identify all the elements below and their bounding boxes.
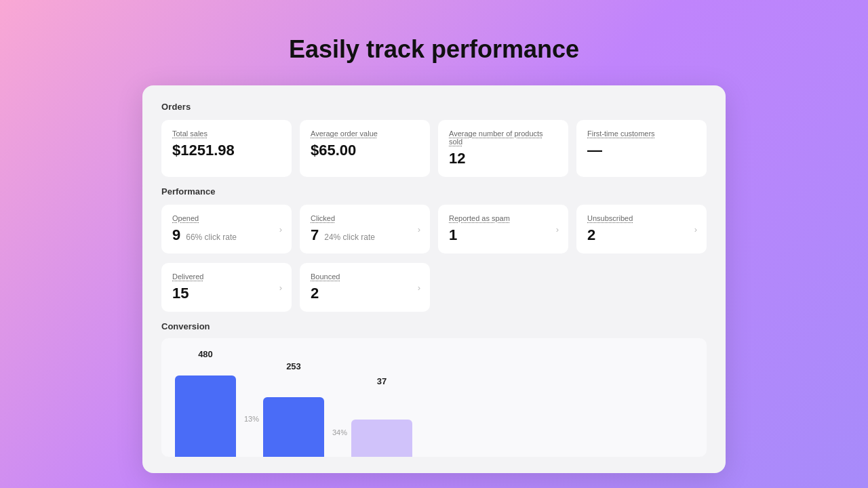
card-first-time-customers-value: — bbox=[587, 142, 696, 159]
bar-pct-13: 13% bbox=[244, 415, 259, 423]
card-first-time-customers-title: First-time customers bbox=[587, 129, 696, 138]
card-clicked[interactable]: Clicked 7 24% click rate › bbox=[300, 205, 430, 253]
card-total-sales-value: $1251.98 bbox=[172, 142, 281, 159]
chevron-right-icon: › bbox=[279, 224, 282, 235]
card-total-sales-title: Total sales bbox=[172, 129, 281, 138]
bar-group-253: 253 34% bbox=[263, 349, 324, 457]
card-bounced-title: Bounced bbox=[311, 272, 419, 281]
card-avg-order-value[interactable]: Average order value $65.00 bbox=[300, 120, 430, 177]
card-reported-spam-value: 1 bbox=[449, 226, 557, 244]
card-avg-order-value-title: Average order value bbox=[311, 129, 419, 138]
card-avg-order-value-value: $65.00 bbox=[311, 142, 419, 159]
card-avg-products-sold-value: 12 bbox=[449, 150, 557, 167]
orders-cards-row: Total sales $1251.98 Average order value… bbox=[161, 120, 707, 177]
bar-480 bbox=[175, 375, 236, 457]
card-delivered-value: 15 bbox=[172, 285, 281, 302]
card-avg-products-sold[interactable]: Average number of products sold 12 bbox=[438, 120, 568, 177]
card-opened-value: 9 bbox=[172, 226, 180, 244]
card-opened-subtext: 66% click rate bbox=[186, 232, 237, 242]
chevron-right-icon: › bbox=[418, 224, 420, 235]
conversion-section-label: Conversion bbox=[161, 321, 707, 331]
card-avg-products-sold-title: Average number of products sold bbox=[449, 129, 557, 146]
chevron-right-icon: › bbox=[694, 224, 697, 235]
card-unsubscribed-value: 2 bbox=[587, 226, 696, 244]
bar-label-480: 480 bbox=[198, 349, 213, 359]
card-reported-spam-title: Reported as spam bbox=[449, 214, 557, 222]
bar-label-37: 37 bbox=[377, 376, 387, 386]
conversion-section: Conversion 480 13% 253 34% 37 bbox=[161, 321, 707, 457]
conversion-chart: 480 13% 253 34% 37 bbox=[161, 338, 707, 457]
card-unsubscribed-title: Unsubscribed bbox=[587, 214, 696, 222]
orders-section-label: Orders bbox=[161, 102, 707, 112]
card-bounced[interactable]: Bounced 2 › bbox=[300, 263, 430, 312]
empty-space-2 bbox=[576, 263, 707, 312]
chevron-right-icon: › bbox=[279, 283, 282, 293]
performance-cards-row1: Opened 9 66% click rate › Clicked 7 24% … bbox=[161, 205, 707, 253]
dashboard: Orders Total sales $1251.98 Average orde… bbox=[142, 85, 726, 473]
card-unsubscribed[interactable]: Unsubscribed 2 › bbox=[576, 205, 707, 253]
bar-pct-34: 34% bbox=[332, 428, 347, 436]
empty-space bbox=[438, 263, 568, 312]
card-clicked-title: Clicked bbox=[311, 214, 419, 222]
card-total-sales[interactable]: Total sales $1251.98 bbox=[161, 120, 292, 177]
bar-label-253: 253 bbox=[286, 361, 301, 371]
chevron-right-icon: › bbox=[556, 224, 559, 235]
card-bounced-value: 2 bbox=[311, 285, 419, 302]
card-delivered[interactable]: Delivered 15 › bbox=[161, 263, 292, 312]
bar-group-480: 480 13% bbox=[175, 349, 236, 457]
card-reported-spam[interactable]: Reported as spam 1 › bbox=[438, 205, 568, 253]
card-opened-title: Opened bbox=[172, 214, 281, 222]
bar-group-37: 37 bbox=[351, 349, 412, 457]
performance-section-label: Performance bbox=[161, 186, 707, 197]
page-title: Easily track performance bbox=[289, 35, 579, 64]
chevron-right-icon: › bbox=[418, 283, 420, 293]
bar-37 bbox=[351, 420, 412, 457]
card-clicked-subtext: 24% click rate bbox=[324, 232, 375, 242]
card-clicked-value: 7 bbox=[311, 226, 319, 244]
card-first-time-customers[interactable]: First-time customers — bbox=[576, 120, 707, 177]
bar-253 bbox=[263, 397, 324, 457]
card-delivered-title: Delivered bbox=[172, 272, 281, 281]
card-opened[interactable]: Opened 9 66% click rate › bbox=[161, 205, 292, 253]
performance-cards-row2: Delivered 15 › Bounced 2 › bbox=[161, 263, 707, 312]
